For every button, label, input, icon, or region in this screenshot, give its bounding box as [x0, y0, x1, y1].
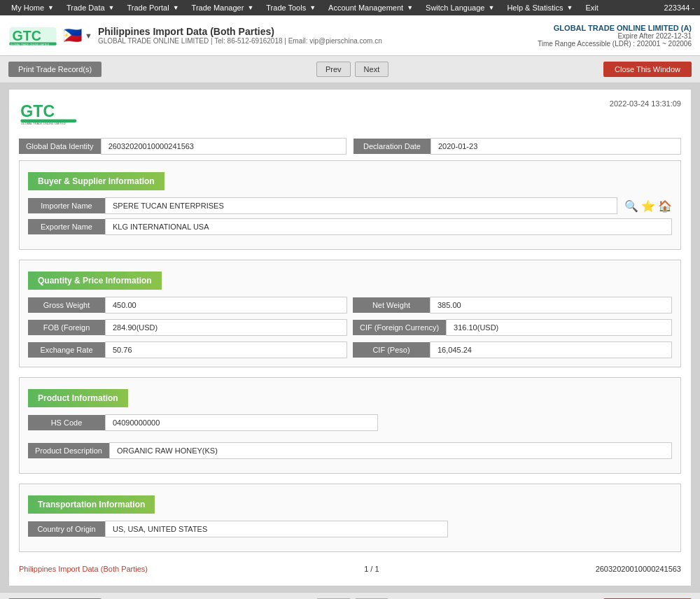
global-data-identity-label: Global Data Identity: [19, 139, 101, 154]
prev-button-top[interactable]: Prev: [316, 62, 351, 77]
cif-peso-label: CIF (Peso): [353, 342, 430, 358]
svg-text:GLOBAL TRADE ONLINE LIMITED: GLOBAL TRADE ONLINE LIMITED: [10, 43, 50, 45]
net-weight-label: Net Weight: [353, 297, 430, 313]
star-icon[interactable]: ⭐: [641, 199, 655, 213]
transport-section-header: Transportation Information: [28, 495, 155, 514]
home-icon[interactable]: 🏠: [658, 199, 672, 213]
exporter-name-value: KLG INTERNATIONAL USA: [105, 218, 672, 235]
exporter-name-label: Exporter Name: [28, 219, 105, 234]
header-title-area: Philippines Import Data (Both Parties) G…: [98, 26, 382, 45]
fob-group: FOB (Foreign 284.90(USD): [28, 319, 347, 336]
page-header: GTC GLOBAL TRADE ONLINE LIMITED 🇵🇭 ▼ Phi…: [0, 15, 700, 56]
main-content: GTC GLOBAL TRADE ONLINE LIMITED 2022-03-…: [8, 89, 692, 586]
close-button-top[interactable]: Close This Window: [603, 62, 692, 77]
record-datetime: 2022-03-24 13:31:09: [610, 99, 681, 108]
country-origin-value: US, USA, UNITED STATES: [105, 521, 448, 537]
fob-label: FOB (Foreign: [28, 320, 105, 335]
exchange-rate-label: Exchange Rate: [28, 342, 105, 358]
product-section-header: Product Information: [28, 389, 128, 407]
next-button-top[interactable]: Next: [355, 62, 389, 77]
country-origin-label: Country of Origin: [28, 521, 105, 537]
global-data-identity-value: 26032020010000241563: [101, 138, 346, 155]
svg-text:GTC: GTC: [20, 102, 55, 120]
nav-trade-manager[interactable]: Trade Manager▼: [186, 2, 260, 13]
declaration-date-value: 2020-01-23: [430, 138, 681, 155]
flag-dropdown-arrow[interactable]: ▼: [85, 31, 92, 40]
nav-trade-tools[interactable]: Trade Tools▼: [260, 2, 321, 13]
nav-switch-language[interactable]: Switch Language▼: [420, 2, 500, 13]
company-name-link[interactable]: GLOBAL TRADE ONLINE LIMITED (A): [554, 24, 692, 32]
country-origin-group: Country of Origin US, USA, UNITED STATES: [28, 521, 448, 537]
product-fields: HS Code 04090000000 Product Description …: [28, 414, 672, 465]
product-section: Product Information HS Code 04090000000 …: [19, 377, 681, 474]
nav-trade-portal[interactable]: Trade Portal▼: [122, 2, 185, 13]
hs-code-value: 04090000000: [105, 414, 378, 431]
net-weight-value: 385.00: [430, 297, 672, 313]
expire-info: Expire After 2022-12-31: [538, 32, 692, 40]
top-toolbar: Print Trade Record(s) Prev Next Close Th…: [0, 56, 700, 83]
exporter-group: Exporter Name KLG INTERNATIONAL USA: [28, 218, 672, 235]
hs-code-row: HS Code 04090000000: [28, 414, 672, 431]
footer-record-id: 26032020010000241563: [596, 565, 681, 573]
record-footer: Philippines Import Data (Both Parties) 1…: [19, 562, 681, 576]
country-origin-row: Country of Origin US, USA, UNITED STATES: [28, 521, 672, 537]
user-id: 223344 -: [664, 3, 694, 12]
nav-account-management[interactable]: Account Management▼: [323, 2, 419, 13]
footer-page: 1 / 1: [364, 565, 379, 573]
nav-trade-data[interactable]: Trade Data▼: [61, 2, 120, 13]
exchange-rate-value: 50.76: [105, 341, 347, 358]
product-desc-group: Product Description ORGANIC RAW HONEY(KS…: [28, 442, 672, 459]
gross-weight-value: 450.00: [105, 297, 347, 313]
nav-help-statistics[interactable]: Help & Statistics▼: [501, 2, 578, 13]
svg-text:GLOBAL TRADE ONLINE LIMITED: GLOBAL TRADE ONLINE LIMITED: [21, 122, 65, 125]
bottom-toolbar: Print Trade Record(s) Prev Next Close Th…: [0, 592, 700, 599]
declaration-date-group: Declaration Date 2020-01-23: [354, 138, 681, 155]
net-weight-group: Net Weight 385.00: [353, 297, 672, 313]
quantity-grid: Gross Weight 450.00 Net Weight 385.00 FO…: [28, 297, 672, 358]
philippines-flag: 🇵🇭: [63, 27, 82, 45]
product-desc-label: Product Description: [28, 443, 109, 458]
hs-code-label: HS Code: [28, 415, 105, 430]
declaration-date-label: Declaration Date: [354, 139, 430, 154]
nav-buttons-top: Prev Next: [316, 62, 388, 77]
importer-name-label: Importer Name: [28, 198, 105, 213]
transport-section: Transportation Information Country of Or…: [19, 484, 681, 552]
importer-group: Importer Name SPERE TUCAN ENTERPRISES: [28, 197, 617, 214]
importer-row: Importer Name SPERE TUCAN ENTERPRISES 🔍 …: [28, 197, 672, 214]
company-logo: GTC GLOBAL TRADE ONLINE LIMITED: [8, 20, 57, 51]
buyer-supplier-header: Buyer & Supplier Information: [28, 172, 164, 190]
nav-items: My Home▼ Trade Data▼ Trade Portal▼ Trade…: [6, 2, 604, 13]
product-desc-row: Product Description ORGANIC RAW HONEY(KS…: [28, 442, 672, 459]
top-navigation: My Home▼ Trade Data▼ Trade Portal▼ Trade…: [0, 0, 700, 15]
hs-code-group: HS Code 04090000000: [28, 414, 378, 431]
transport-fields: Country of Origin US, USA, UNITED STATES: [28, 521, 672, 543]
page-title: Philippines Import Data (Both Parties): [98, 26, 382, 37]
cif-foreign-label: CIF (Foreign Currency): [353, 320, 446, 335]
exchange-rate-group: Exchange Rate 50.76: [28, 341, 347, 358]
fob-value: 284.90(USD): [105, 319, 347, 336]
country-flag-select[interactable]: 🇵🇭 ▼: [63, 27, 92, 45]
cif-foreign-value: 316.10(USD): [446, 319, 672, 336]
header-left: GTC GLOBAL TRADE ONLINE LIMITED 🇵🇭 ▼ Phi…: [8, 20, 382, 51]
print-button-top[interactable]: Print Trade Record(s): [8, 62, 102, 77]
product-desc-value: ORGANIC RAW HONEY(KS): [109, 442, 672, 459]
svg-text:GTC: GTC: [13, 27, 41, 43]
supplier-action-icons: 🔍 ⭐ 🏠: [624, 199, 672, 213]
exporter-row: Exporter Name KLG INTERNATIONAL USA: [28, 218, 672, 235]
importer-name-value: SPERE TUCAN ENTERPRISES: [105, 197, 617, 214]
header-right: GLOBAL TRADE ONLINE LIMITED (A) Expire A…: [538, 24, 692, 48]
record-logo: GTC GLOBAL TRADE ONLINE LIMITED: [19, 99, 82, 129]
footer-data-link[interactable]: Philippines Import Data (Both Parties): [19, 565, 148, 573]
company-subtitle: GLOBAL TRADE ONLINE LIMITED | Tel: 86-51…: [98, 37, 382, 45]
gross-weight-group: Gross Weight 450.00: [28, 297, 347, 313]
nav-exit[interactable]: Exit: [580, 2, 603, 13]
nav-my-home[interactable]: My Home▼: [6, 2, 59, 13]
search-icon[interactable]: 🔍: [624, 199, 638, 213]
quantity-price-section: Quantity & Price Information Gross Weigh…: [19, 260, 681, 367]
global-data-identity-group: Global Data Identity 2603202001000024156…: [19, 138, 346, 155]
cif-foreign-group: CIF (Foreign Currency) 316.10(USD): [353, 319, 672, 336]
buyer-supplier-section: Buyer & Supplier Information Importer Na…: [19, 160, 681, 250]
time-range-info: Time Range Accessible (LDR) : 202001 ~ 2…: [538, 40, 692, 48]
quantity-price-header: Quantity & Price Information: [28, 272, 162, 290]
identity-row: Global Data Identity 2603202001000024156…: [19, 138, 681, 155]
